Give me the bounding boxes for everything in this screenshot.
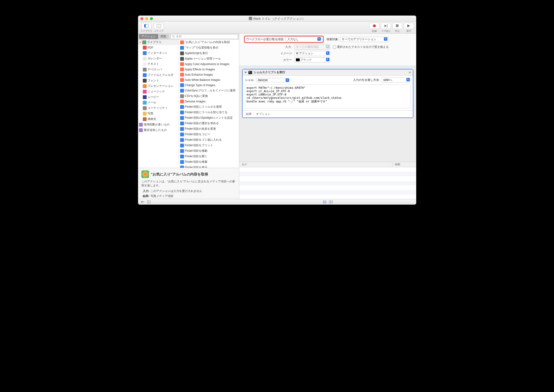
columns-icon — [144, 24, 149, 28]
chevron-updown-icon: ⇅ — [326, 51, 329, 55]
action-item[interactable]: CSVをSQLに変換 — [179, 93, 239, 99]
shell-select[interactable]: /bin/zsh⇅ — [256, 78, 290, 82]
library-item[interactable]: ミュージック — [138, 89, 179, 94]
library-item[interactable]: ファイルとフォルダ — [138, 72, 179, 78]
workflow-config: ワークフローが受け取る項目: 入力なし⇅ 検索対象: すべてのアプリケーション⇅… — [239, 34, 416, 66]
results-tab[interactable]: 結果 — [246, 112, 252, 116]
image-select[interactable]: ⚙アクション⇅ — [294, 51, 330, 56]
terminal-icon — [248, 71, 252, 74]
library-item[interactable]: PDF — [138, 45, 179, 50]
library-toggle-button[interactable] — [141, 23, 152, 29]
pass-input-select[interactable]: stdinへ⇅ — [382, 77, 410, 83]
svg-rect-4 — [323, 201, 326, 203]
action-item[interactable]: Change Type of Images — [179, 83, 239, 88]
svg-rect-2 — [147, 201, 150, 203]
log-column[interactable]: ログ — [239, 162, 392, 167]
library-item[interactable]: カレンダー — [138, 56, 179, 61]
action-item[interactable]: Finder項目をコピー — [179, 132, 239, 137]
statusbar: ⚙▾ — [138, 199, 416, 205]
action-item[interactable]: Finder項目を移動 — [179, 148, 239, 154]
replace-checkbox[interactable]: 選択されたテキストを出力で置き換える — [333, 45, 389, 49]
action-item[interactable]: Finder項目を開く — [179, 154, 239, 159]
record-button[interactable] — [369, 23, 379, 29]
photos-icon — [141, 170, 149, 178]
tab-actions[interactable]: アクション — [139, 34, 158, 39]
disclosure-triangle-icon[interactable] — [244, 72, 247, 73]
action-item[interactable]: Appleバージョン管理ツール — [179, 56, 239, 62]
svg-rect-7 — [329, 201, 331, 203]
action-item[interactable]: Denoise Images — [179, 99, 239, 104]
search-field[interactable]: 名前 — [171, 34, 238, 39]
gear-menu[interactable]: ⚙▾ — [140, 200, 145, 204]
close-action-button[interactable]: ✕ — [409, 71, 411, 74]
image-label: イメージ — [244, 51, 292, 56]
window-title: Slack トイレ（クイックアクション） — [138, 16, 416, 21]
stop-button[interactable] — [392, 23, 402, 29]
pass-input-label: 入力の引き渡し方法: — [353, 78, 380, 82]
action-item[interactable]: Auto White Balance Images — [179, 77, 239, 83]
search-icon — [172, 35, 175, 38]
action-item[interactable]: Finder項目の名前を変更 — [179, 126, 239, 132]
library-item[interactable]: テキスト — [138, 61, 179, 67]
search-scope-select[interactable]: すべてのアプリケーション⇅ — [340, 37, 388, 42]
action-header[interactable]: シェルスクリプトを実行 ✕ — [242, 70, 413, 76]
script-textarea[interactable]: export PATH="~/.rbenv/shims:$PATH" expor… — [245, 84, 410, 108]
library-item[interactable]: ムービー — [138, 94, 179, 100]
library-item[interactable]: ユーティリティ — [138, 105, 179, 111]
layout-flow-button[interactable] — [329, 200, 333, 204]
input-label: 入力: — [244, 45, 292, 49]
shell-label: シェル: — [245, 78, 254, 82]
color-select[interactable]: ブラック⇅ — [294, 57, 330, 63]
document-icon — [249, 17, 252, 20]
action-title: シェルスクリプトを実行 — [254, 70, 285, 74]
variables-toggle[interactable] — [147, 200, 151, 204]
library-item[interactable]: デベロッパ — [138, 67, 179, 72]
layout-list-button[interactable] — [322, 200, 327, 204]
library-item[interactable]: インターネット — [138, 50, 179, 56]
titlebar: Slack トイレ（クイックアクション） — [138, 15, 416, 22]
action-item[interactable]: Finder項目をプリント — [179, 143, 239, 148]
time-column[interactable]: 時間 — [392, 162, 416, 167]
chevron-updown-icon: ⇅ — [384, 37, 387, 41]
media-label: メディア — [154, 29, 164, 33]
action-item[interactable]: Auto Enhance Images — [179, 72, 239, 77]
media-toggle-button[interactable]: ♫ — [154, 23, 164, 29]
search-scope-label: 検索対象: — [326, 37, 339, 42]
action-item[interactable]: Finder項目の選択を求める — [179, 121, 239, 126]
workflow-canvas[interactable]: シェルスクリプトを実行 ✕ シェル: /bin/zsh⇅ 入力の引き渡し方法: … — [239, 66, 416, 162]
action-item[interactable]: "マップ"で位置情報を表示 — [179, 45, 239, 50]
library-item[interactable]: メール — [138, 100, 179, 105]
library-item[interactable]: 連絡先 — [138, 116, 179, 122]
right-panel: ワークフローが受け取る項目: 入力なし⇅ 検索対象: すべてのアプリケーション⇅… — [239, 34, 416, 199]
receives-select[interactable]: 入力なし⇅ — [286, 37, 321, 42]
toolbar: ライブラリ ♫ メディア 記録 ➤|コマ送り 中止 実行 — [138, 22, 416, 34]
actions-list[interactable]: "お気に入り"アルバムの内容を取得"マップ"で位置情報を表示AppleScrip… — [179, 40, 239, 168]
action-item[interactable]: AppleScriptを実行 — [179, 50, 239, 56]
svg-point-0 — [173, 35, 174, 37]
action-bottom-bar: 結果 オプション — [242, 110, 413, 118]
log-rows[interactable] — [239, 167, 416, 196]
run-button[interactable] — [404, 23, 414, 29]
library-item[interactable]: ▼ライブラリ — [138, 40, 179, 45]
action-item[interactable]: Finder項目を表示 — [179, 165, 239, 168]
action-item[interactable]: Finder項目にフィルタを適用 — [179, 104, 239, 110]
action-item[interactable]: ColorSyncプロフ…ルをイメージに適用 — [179, 88, 239, 93]
action-item[interactable]: Finder項目にラベルを割り当てる — [179, 110, 239, 115]
action-item[interactable]: Finder項目のSpotlightコメントを設定 — [179, 115, 239, 121]
library-categories[interactable]: ▼ライブラリPDFインターネットカレンダーテキストデベロッパファイルとフォルダフ… — [138, 40, 179, 168]
library-item[interactable]: 写真 — [138, 111, 179, 116]
action-item[interactable]: Apply Effects to Images — [179, 67, 239, 72]
library-item[interactable]: フォント — [138, 78, 179, 83]
svg-line-1 — [174, 37, 175, 38]
action-item[interactable]: Finder項目をゴミ箱に入れる — [179, 137, 239, 143]
library-item[interactable]: 最近追加したもの — [138, 127, 179, 133]
action-item[interactable]: Finder項目を検索 — [179, 159, 239, 165]
tab-variables[interactable]: 変数 — [158, 34, 169, 39]
step-button[interactable]: ➤| — [381, 23, 391, 29]
options-tab[interactable]: オプション — [256, 112, 270, 116]
library-item[interactable]: 使用回数が多いもの — [138, 122, 179, 127]
action-item[interactable]: "お気に入り"アルバムの内容を取得 — [179, 40, 239, 45]
color-swatch — [296, 58, 300, 61]
action-item[interactable]: Apply Color Adjustments to Images — [179, 62, 239, 67]
library-item[interactable]: プレゼンテーション — [138, 83, 179, 89]
